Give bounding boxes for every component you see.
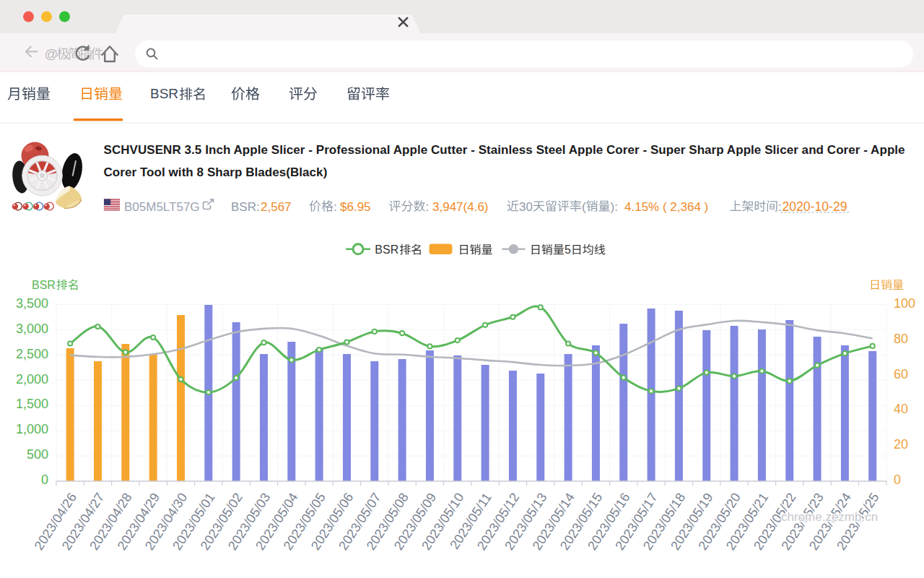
- svg-text:3,947(4.6): 3,947(4.6): [432, 200, 489, 214]
- svg-text:60: 60: [894, 367, 908, 381]
- svg-text:500: 500: [27, 447, 48, 462]
- svg-text:BSR: BSR: [150, 86, 178, 101]
- svg-text:3,500: 3,500: [16, 296, 48, 311]
- svg-text:80: 80: [894, 332, 908, 346]
- svg-text:chrome.zezmh.cn: chrome.zezmh.cn: [781, 510, 878, 524]
- svg-text:BSR: BSR: [375, 243, 398, 256]
- svg-text:5: 5: [565, 243, 571, 256]
- svg-text:BSR: BSR: [32, 279, 56, 291]
- svg-text:B05M5LT57G: B05M5LT57G: [124, 200, 200, 214]
- svg-text:30: 30: [519, 200, 533, 214]
- svg-text::: :: [426, 200, 430, 214]
- svg-text:2,500: 2,500: [16, 347, 48, 361]
- svg-text:4.15% ( 2,364 ): 4.15% ( 2,364 ): [624, 200, 708, 214]
- svg-text:):: ):: [611, 200, 618, 214]
- svg-text:@: @: [45, 46, 58, 61]
- svg-text:100: 100: [894, 296, 915, 311]
- svg-text:1,000: 1,000: [16, 422, 48, 436]
- svg-text:SCHVUSENR 3.5 Inch Apple Slice: SCHVUSENR 3.5 Inch Apple Slicer - Profes…: [104, 143, 905, 157]
- svg-text:2020-10-29: 2020-10-29: [783, 199, 847, 214]
- svg-text:20: 20: [894, 437, 908, 452]
- svg-text:0: 0: [41, 473, 48, 487]
- svg-text:Corer Tool with 8 Sharp Blades: Corer Tool with 8 Sharp Blades(Black): [104, 165, 328, 179]
- svg-text:BSR:: BSR:: [231, 200, 260, 214]
- svg-text:(: (: [582, 200, 586, 214]
- svg-text::: :: [334, 200, 337, 214]
- svg-text:$6.95: $6.95: [340, 200, 371, 214]
- svg-text:0: 0: [894, 473, 901, 487]
- svg-text::: :: [778, 200, 782, 214]
- svg-text:1,500: 1,500: [16, 397, 48, 411]
- svg-text:2,567: 2,567: [261, 200, 292, 214]
- svg-text:3,000: 3,000: [16, 322, 48, 336]
- svg-text:40: 40: [894, 402, 908, 416]
- svg-text:2,000: 2,000: [16, 372, 48, 387]
